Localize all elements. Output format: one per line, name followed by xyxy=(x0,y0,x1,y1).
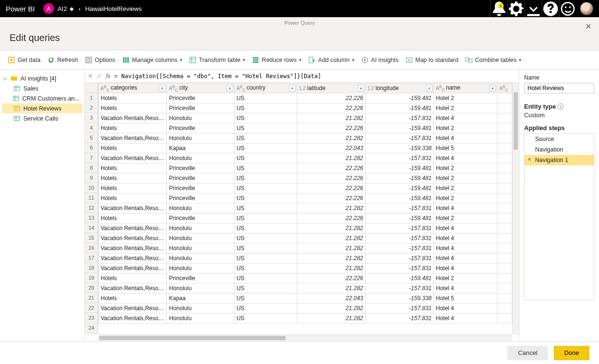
cell[interactable]: Hotel 2 xyxy=(434,193,497,203)
cell[interactable]: 21.282 xyxy=(297,233,365,243)
cell[interactable]: US xyxy=(234,303,297,313)
cell[interactable]: US xyxy=(234,163,297,173)
cell[interactable] xyxy=(497,183,512,193)
cell[interactable]: -159.338 xyxy=(365,143,434,153)
cell[interactable]: 21.282 xyxy=(297,283,365,293)
cell[interactable]: Hotel 4 xyxy=(434,283,497,293)
notifications-button[interactable]: 1 xyxy=(490,0,507,17)
cell[interactable]: Hotels xyxy=(99,103,167,113)
column-header[interactable]: ABCcategories▾ xyxy=(99,83,167,93)
options-button[interactable]: Options xyxy=(85,56,115,64)
cell[interactable]: Hotel 2 xyxy=(434,173,497,183)
cell[interactable]: -157.831 xyxy=(365,263,434,273)
cell[interactable] xyxy=(497,93,512,103)
row-number[interactable]: 7 xyxy=(85,153,98,163)
cell[interactable]: Hotels xyxy=(99,183,167,193)
cell[interactable]: Princeville xyxy=(167,183,234,193)
info-icon[interactable]: i xyxy=(558,103,564,110)
cell[interactable]: Hotels xyxy=(99,273,167,283)
cell[interactable]: Hotel 4 xyxy=(434,303,497,313)
row-number[interactable]: 1 xyxy=(85,93,98,103)
cell[interactable] xyxy=(497,263,512,273)
row-number[interactable]: 19 xyxy=(85,273,98,283)
cell[interactable]: US xyxy=(234,183,297,193)
cell[interactable]: 21.282 xyxy=(297,253,365,263)
column-dropdown-icon[interactable]: ▾ xyxy=(159,85,165,91)
breadcrumb[interactable]: AI2 ◆ › HawaiiHotelReviews xyxy=(58,5,142,12)
feedback-button[interactable] xyxy=(559,0,576,17)
cell[interactable]: Princeville xyxy=(167,213,234,223)
cell[interactable]: -159.481 xyxy=(365,103,434,113)
cell[interactable] xyxy=(497,233,512,243)
get-data-button[interactable]: Get data xyxy=(8,56,41,64)
vertical-scrollbar[interactable] xyxy=(512,83,519,334)
applied-step[interactable]: Source xyxy=(525,134,594,144)
cell[interactable]: Honolulu xyxy=(167,283,234,293)
row-number[interactable]: 24 xyxy=(85,323,98,333)
cell[interactable]: US xyxy=(234,93,297,103)
cell[interactable]: Hotel 4 xyxy=(434,313,497,324)
cell[interactable]: Honolulu xyxy=(167,133,234,143)
cell[interactable] xyxy=(497,193,512,203)
row-number[interactable]: 2 xyxy=(85,103,98,113)
scroll-thumb[interactable] xyxy=(514,92,518,150)
cell[interactable]: Hotel 2 xyxy=(434,103,497,113)
cell[interactable]: Vacation Rentals,Resorts &... xyxy=(99,133,167,143)
cell[interactable]: Hotels xyxy=(99,213,167,223)
cell[interactable]: US xyxy=(234,113,297,123)
cell[interactable]: Princeville xyxy=(167,163,234,173)
cell[interactable]: 22.226 xyxy=(297,93,365,103)
cell[interactable]: Hotel 4 xyxy=(434,133,497,143)
cell[interactable]: Honolulu xyxy=(167,223,234,233)
cell[interactable]: Vacation Rentals,Resorts &... xyxy=(99,253,167,263)
ai-insights-button[interactable]: AI insights xyxy=(361,56,399,64)
cell[interactable]: US xyxy=(234,313,297,324)
cell[interactable]: US xyxy=(234,153,297,163)
cell[interactable]: US xyxy=(234,213,297,223)
cell[interactable]: 22.226 xyxy=(297,123,365,133)
cell[interactable]: Honolulu xyxy=(167,313,234,324)
query-name-input[interactable] xyxy=(524,83,594,93)
settings-button[interactable] xyxy=(507,0,525,17)
cell[interactable] xyxy=(497,153,512,163)
cell[interactable] xyxy=(497,123,512,133)
cell[interactable] xyxy=(497,303,512,313)
cell[interactable]: Hotel 4 xyxy=(434,113,497,123)
cell[interactable]: Princeville xyxy=(167,123,234,133)
cell[interactable]: -157.831 xyxy=(365,153,434,163)
manage-columns-button[interactable]: Manage columns▾ xyxy=(122,56,182,64)
refresh-button[interactable]: Refresh xyxy=(47,56,78,64)
cell[interactable] xyxy=(497,163,512,173)
table-row[interactable]: Vacation Rentals,Resorts &...HonoluluUS2… xyxy=(99,113,512,123)
column-header[interactable]: 1.2latitude▾ xyxy=(297,83,365,93)
column-header[interactable]: 1.2longitude▾ xyxy=(365,83,434,93)
column-header[interactable]: ABCcity▾ xyxy=(167,83,234,93)
cell[interactable]: 21.282 xyxy=(297,153,365,163)
cell[interactable] xyxy=(497,173,512,183)
table-row[interactable]: Vacation Rentals,Resorts &...HonoluluUS2… xyxy=(99,313,512,324)
table-row[interactable]: HotelsPrincevilleUS22.226-159.481Hotel 2 xyxy=(99,103,512,113)
column-dropdown-icon[interactable]: ▾ xyxy=(227,85,233,91)
cell[interactable]: Hotels xyxy=(99,163,167,173)
help-button[interactable] xyxy=(542,0,559,17)
table-row[interactable]: Vacation Rentals,Resorts &...HonoluluUS2… xyxy=(99,303,512,313)
column-dropdown-icon[interactable]: ▾ xyxy=(289,85,296,91)
cell[interactable]: -159.338 xyxy=(365,293,434,303)
download-button[interactable] xyxy=(525,0,542,17)
combine-tables-button[interactable]: Combine tables▾ xyxy=(465,56,521,64)
add-column-button[interactable]: Add column▾ xyxy=(308,56,354,64)
reduce-rows-button[interactable]: Reduce rows▾ xyxy=(252,56,301,64)
cell[interactable]: US xyxy=(234,283,297,293)
cell[interactable]: -159.481 xyxy=(365,213,434,223)
cell[interactable]: Kapaa xyxy=(167,143,234,153)
column-header[interactable]: ABCcountry▾ xyxy=(234,83,297,93)
cell[interactable] xyxy=(497,293,512,303)
row-number[interactable]: 17 xyxy=(85,253,98,263)
cell[interactable]: 21.282 xyxy=(297,263,365,273)
cell[interactable]: Hotels xyxy=(99,293,167,303)
cell[interactable]: 21.282 xyxy=(297,133,365,143)
cell[interactable]: US xyxy=(234,233,297,243)
cell[interactable]: Hotel 4 xyxy=(434,253,497,263)
cell[interactable]: -157.831 xyxy=(365,113,434,123)
cell[interactable]: Hotel 2 xyxy=(434,163,497,173)
